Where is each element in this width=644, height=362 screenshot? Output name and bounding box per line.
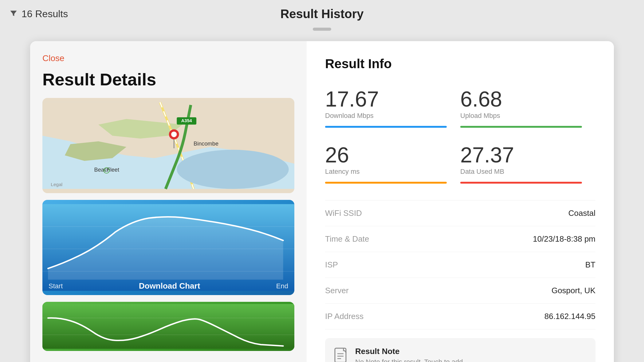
isp-label: ISP [325, 260, 338, 270]
download-stat: 17.67 Download Mbps [325, 82, 460, 135]
result-note-box[interactable]: Result Note No Note for this result. Tou… [325, 338, 595, 362]
note-title: Result Note [355, 347, 465, 356]
svg-text:A354: A354 [181, 118, 192, 123]
wifi-ssid-value: Coastal [568, 208, 595, 218]
svg-text:Bincombe: Bincombe [194, 141, 218, 147]
svg-point-6 [177, 150, 289, 189]
upload-label: Upload Mbps [460, 112, 595, 120]
latency-bar [325, 182, 447, 184]
filter-icon [9, 9, 18, 19]
svg-text:Legal: Legal [51, 182, 62, 187]
chart-end-label: End [276, 282, 288, 290]
data-label: Data Used MB [460, 168, 595, 176]
note-subtitle: No Note for this result. Touch to add. [355, 358, 465, 362]
server-row: Server Gosport, UK [325, 278, 595, 304]
upload-value: 6.68 [460, 88, 595, 110]
chart-label-row: Start Download Chart End [49, 281, 288, 291]
top-bar: 16 Results Result History [0, 0, 644, 28]
isp-row: ISP BT [325, 252, 595, 278]
ip-address-label: IP Address [325, 312, 363, 321]
download-bar [325, 126, 447, 128]
time-date-row: Time & Date 10/23/18-8:38 pm [325, 226, 595, 252]
data-bar [460, 182, 582, 184]
svg-point-8 [171, 131, 177, 137]
upload-chart-container [42, 302, 294, 351]
filter-area: 16 Results [9, 8, 68, 20]
ip-address-row: IP Address 86.162.144.95 [325, 304, 595, 329]
result-info-title: Result Info [325, 56, 595, 71]
map-container: A354 Bincombe Fleet · Beach + Legal [42, 98, 294, 193]
stats-grid: 17.67 Download Mbps 6.68 Upload Mbps 26 … [325, 82, 595, 191]
download-label: Download Mbps [325, 112, 460, 120]
time-date-value: 10/23/18-8:38 pm [533, 234, 595, 244]
left-panel: Close Result Details A354 [30, 41, 307, 362]
upload-bar [460, 126, 582, 128]
svg-text:+: + [104, 168, 106, 173]
wifi-ssid-label: WiFi SSID [325, 208, 362, 218]
svg-text:Beach: Beach [94, 167, 110, 173]
ip-address-value: 86.162.144.95 [544, 312, 595, 321]
right-panel: Result Info 17.67 Download Mbps 6.68 Upl… [307, 41, 614, 362]
upload-stat: 6.68 Upload Mbps [460, 82, 595, 135]
note-icon [334, 348, 348, 362]
latency-stat: 26 Latency ms [325, 135, 460, 191]
result-details-title: Result Details [42, 69, 294, 89]
main-panel: Close Result Details A354 [30, 41, 614, 362]
results-count: 16 Results [22, 8, 68, 20]
info-rows: WiFi SSID Coastal Time & Date 10/23/18-8… [325, 200, 595, 329]
time-date-label: Time & Date [325, 234, 369, 244]
data-stat: 27.37 Data Used MB [460, 135, 595, 191]
server-value: Gosport, UK [552, 286, 595, 295]
download-value: 17.67 [325, 88, 460, 110]
isp-value: BT [585, 260, 595, 270]
note-content: Result Note No Note for this result. Tou… [355, 347, 465, 362]
latency-value: 26 [325, 144, 460, 166]
close-button[interactable]: Close [42, 53, 294, 63]
chart-start-label: Start [49, 282, 63, 290]
chart-title-label: Download Chart [139, 281, 200, 291]
server-label: Server [325, 286, 349, 295]
scroll-indicator [313, 28, 331, 31]
data-value: 27.37 [460, 144, 595, 166]
download-chart-container: Start Download Chart End [42, 200, 294, 295]
page-title: Result History [280, 7, 363, 21]
latency-label: Latency ms [325, 168, 460, 176]
wifi-ssid-row: WiFi SSID Coastal [325, 200, 595, 226]
